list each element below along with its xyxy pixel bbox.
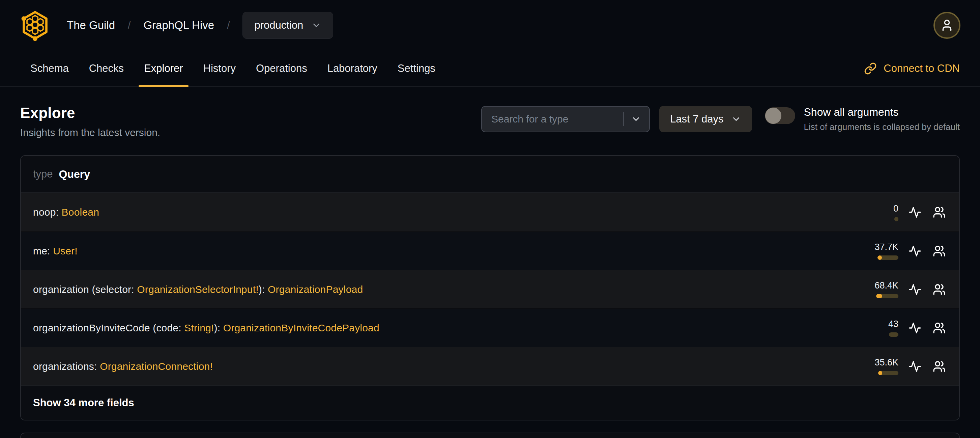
tab-history[interactable]: History [193,51,246,86]
type-card-query: type Query noop: Boolean 0 [20,155,960,420]
field-row[interactable]: organization (selector: OrganizationSele… [21,270,959,308]
field-usage: 35.6K [861,357,947,375]
activity-pulse-icon [908,322,921,334]
type-search-dropdown-button[interactable] [630,113,643,126]
tab-schema[interactable]: Schema [20,51,79,86]
field-activity-button[interactable] [907,320,923,336]
target-selector[interactable]: production [242,12,333,39]
breadcrumb-separator: / [227,19,230,31]
field-call-count: 0 [893,204,898,214]
breadcrumb-project[interactable]: GraphQL Hive [143,19,214,32]
activity-pulse-icon [908,283,921,296]
field-clients-button[interactable] [931,282,947,297]
target-selector-value: production [254,19,303,31]
hive-logo-icon[interactable] [19,10,51,41]
explorer-page: Explore Insights from the latest version… [0,105,980,438]
type-name[interactable]: Query [59,168,90,180]
breadcrumb: The Guild / GraphQL Hive / production [67,12,333,39]
page-title: Explore [20,105,160,121]
users-icon [933,206,946,219]
tab-operations[interactable]: Operations [246,51,317,86]
field-text: me: [33,245,53,256]
field-activity-button[interactable] [907,359,923,374]
field-text: ): [259,284,268,295]
type-reference[interactable]: OrganizationSelectorInput! [137,284,258,295]
field-signature: organizations: OrganizationConnection! [33,361,213,372]
field-clients-button[interactable] [931,204,947,220]
field-clients-button[interactable] [931,320,947,336]
type-reference[interactable]: User! [53,245,78,256]
period-selector[interactable]: Last 7 days [659,106,752,132]
page-heading: Explore Insights from the latest version… [20,105,160,139]
tab-explorer[interactable]: Explorer [134,51,193,86]
type-reference[interactable]: OrganizationByInviteCodePayload [223,322,379,333]
type-reference[interactable]: OrganizationPayload [268,284,363,295]
field-row[interactable]: me: User! 37.7K [21,231,959,270]
connect-to-cdn-button[interactable]: Connect to CDN [864,51,960,86]
connect-to-cdn-label: Connect to CDN [883,62,960,75]
field-signature: me: User! [33,245,78,257]
activity-pulse-icon [908,245,921,258]
field-row[interactable]: organizations: OrganizationConnection! 3… [21,347,959,385]
next-type-card-partial [20,433,960,438]
field-activity-button[interactable] [907,204,923,220]
users-icon [933,245,946,258]
field-clients-button[interactable] [931,243,947,259]
toggle-labels: Show all arguments List of arguments is … [804,106,960,132]
field-text: ): [214,322,223,333]
top-bar: The Guild / GraphQL Hive / production [0,0,980,51]
field-usage: 68.4K [861,280,947,298]
usage-bar [878,371,898,375]
link-icon [864,62,877,75]
field-call-count: 43 [888,319,898,329]
field-signature: noop: Boolean [33,207,99,218]
field-call-count: 35.6K [875,357,898,368]
period-selector-value: Last 7 days [670,113,724,125]
field-usage-stats: 43 [861,319,898,337]
project-tabs: Schema Checks Explorer History Operation… [0,51,980,87]
page-subtitle: Insights from the latest version. [20,127,160,139]
type-keyword: type [33,168,53,180]
type-search-combobox [481,106,650,132]
field-signature: organization (selector: OrganizationSele… [33,284,363,295]
field-row[interactable]: organizationByInviteCode (code: String!)… [21,308,959,347]
show-all-arguments-toggle[interactable] [765,107,795,124]
user-icon [940,19,954,32]
field-call-count: 68.4K [875,280,898,291]
field-activity-button[interactable] [907,282,923,297]
usage-bar-fill [878,371,882,375]
type-search-input[interactable] [492,113,620,125]
search-divider [623,112,624,126]
users-icon [933,283,946,296]
type-reference[interactable]: Boolean [62,207,100,218]
user-menu-button[interactable] [934,12,961,39]
field-clients-button[interactable] [931,359,947,374]
tab-settings[interactable]: Settings [388,51,445,86]
toggle-subtitle: List of arguments is collapsed by defaul… [804,122,960,132]
users-icon [933,322,946,334]
chevron-down-icon [311,20,321,30]
activity-pulse-icon [908,206,921,219]
breadcrumb-organization[interactable]: The Guild [67,19,115,32]
usage-bar [894,217,898,221]
field-usage-stats: 37.7K [861,242,898,260]
type-card-header: type Query [21,156,959,193]
type-reference[interactable]: OrganizationConnection! [100,361,213,372]
type-reference[interactable]: String! [184,322,214,333]
show-more-fields-button[interactable]: Show 34 more fields [21,385,959,420]
field-row[interactable]: noop: Boolean 0 [21,193,959,231]
tab-laboratory[interactable]: Laboratory [317,51,388,86]
field-usage-stats: 68.4K [861,280,898,298]
field-rows: noop: Boolean 0 [21,193,959,385]
toggle-knob [765,108,781,124]
field-activity-button[interactable] [907,243,923,259]
field-usage-stats: 35.6K [861,357,898,375]
field-signature: organizationByInviteCode (code: String!)… [33,322,379,334]
tab-checks[interactable]: Checks [79,51,134,86]
field-usage: 37.7K [861,242,947,260]
usage-bar [889,332,898,337]
field-usage: 43 [861,319,947,337]
field-text: noop: [33,207,62,218]
field-text: organization (selector: [33,284,137,295]
users-icon [933,360,946,373]
